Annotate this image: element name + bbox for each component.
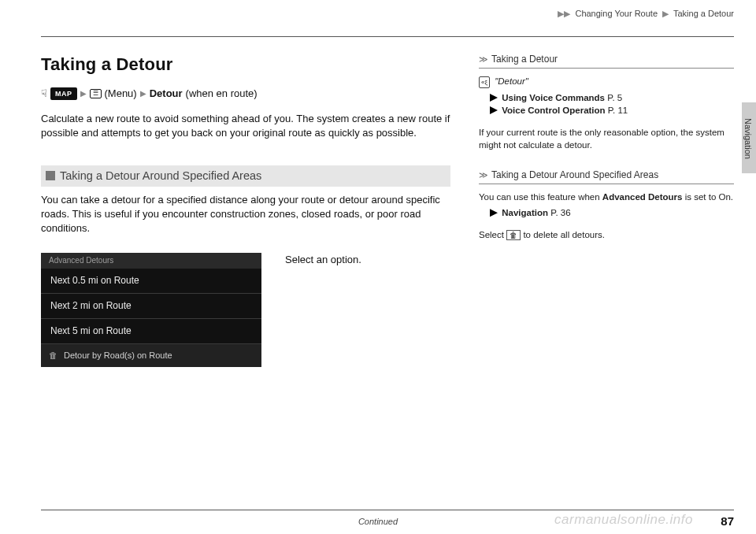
map-button-icon: MAP [50,87,77,101]
menu-item-detour: Detour [150,87,183,101]
breadcrumb-a: Changing Your Route [575,9,658,18]
breadcrumb-b: Taking a Detour [673,9,734,18]
xref-link[interactable]: Voice Control Operation [502,106,605,115]
list-item-label: Detour by Road(s) on Route [64,350,172,362]
section-side-label: Navigation [742,118,754,159]
menu-label: (Menu) [105,87,137,101]
menu-icon: ☰ [90,89,102,98]
link-arrow-icon [490,94,498,102]
help-arrow-icon: ≫ [479,54,488,65]
xref-link[interactable]: Using Voice Commands [502,93,605,102]
page-number: 87 [721,513,734,529]
watermark: carmanualsonline.info [554,510,693,529]
help-heading-2: ≫ Taking a Detour Around Specified Areas [479,169,734,182]
arrow-icon-2: ▶ [140,88,146,99]
list-item[interactable]: Next 0.5 mi on Route [41,269,261,293]
trash-icon: 🗑 [49,350,57,362]
link-arrow-icon [490,106,498,114]
help-heading-1: ≫ Taking a Detour [479,53,734,66]
subsection-title: Taking a Detour Around Specified Areas [41,165,450,186]
feature-name: Advanced Detours [602,192,683,202]
voice-icon: «ξ [479,76,490,88]
help2-line2b: to delete all detours. [523,230,605,239]
list-item[interactable]: Next 5 mi on Route [41,318,261,343]
help2-line2a: Select [479,230,506,239]
xref-page: P. 5 [607,93,622,102]
list-item[interactable]: 🗑 Detour by Road(s) on Route [41,343,261,367]
device-screenshot: Advanced Detours Next 0.5 mi on Route Ne… [41,253,261,367]
help-heading-2-text: Taking a Detour Around Specified Areas [491,169,658,182]
breadcrumb: ▶▶ Changing Your Route ▶ Taking a Detour [555,8,734,20]
screen-title: Advanced Detours [41,253,261,269]
help-heading-1-text: Taking a Detour [491,53,558,66]
voice-phrase: "Detour" [495,76,528,86]
link-arrow-icon [490,209,498,217]
nav-path: ☟ MAP ▶ ☰ (Menu) ▶ Detour (when en route… [41,87,450,101]
page-title: Taking a Detour [41,53,450,77]
breadcrumb-sep: ▶▶ [558,9,570,18]
xref-page: P. 36 [550,208,570,217]
arrow-icon: ▶ [80,88,87,99]
instruction-text: Select an option. [285,253,361,267]
intro-text: Calculate a new route to avoid something… [41,112,450,140]
help-note: If your current route is the only reason… [479,126,734,151]
list-item[interactable]: Next 2 mi on Route [41,293,261,318]
help-box-2: You can use this feature when Advanced D… [479,184,734,241]
help-box-1: «ξ "Detour" Using Voice Commands P. 5 Vo… [479,68,734,152]
help2-line1c: is set to On. [682,192,733,202]
xref-page: P. 11 [608,106,628,115]
help2-line1a: You can use this feature when [479,192,602,202]
subsection-body: You can take a detour for a specified di… [41,193,450,236]
press-icon: ☟ [41,87,47,101]
trash-icon: 🗑 [506,230,521,240]
breadcrumb-sep2: ▶ [662,9,669,18]
xref-link[interactable]: Navigation [502,208,548,217]
help-arrow-icon: ≫ [479,169,488,181]
path-suffix: (when en route) [186,87,258,101]
